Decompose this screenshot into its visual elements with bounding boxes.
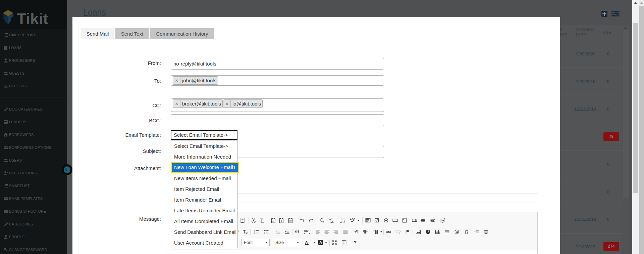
svg-text:?: ?	[354, 240, 357, 245]
svg-text:P: P	[343, 241, 344, 243]
svg-text:A: A	[305, 240, 308, 244]
svg-text:DIV: DIV	[304, 229, 309, 232]
svg-text:ABC: ABC	[350, 218, 355, 220]
svg-text:W: W	[289, 220, 292, 223]
svg-text:T: T	[280, 219, 282, 223]
svg-text:Ω: Ω	[465, 229, 468, 235]
svg-text:2.: 2.	[254, 232, 256, 234]
svg-text:1.: 1.	[254, 230, 256, 232]
svg-text:2: 2	[238, 229, 239, 232]
